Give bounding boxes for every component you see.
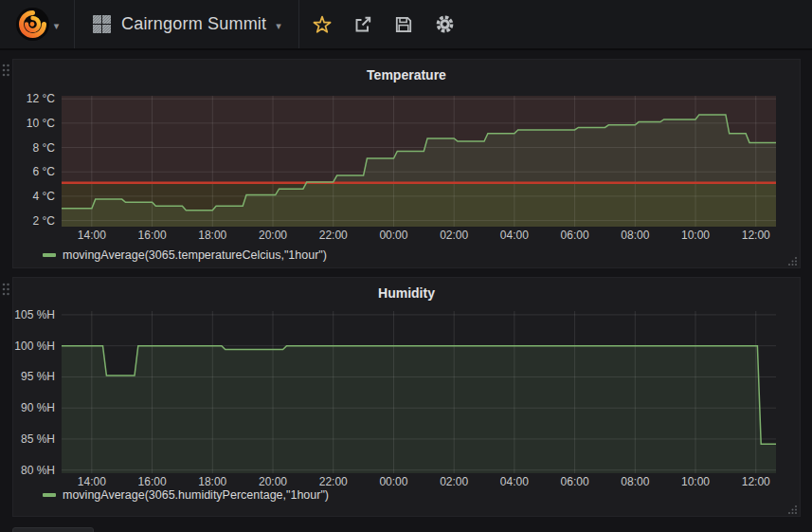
grafana-logo-menu[interactable]: ▾ [0, 0, 75, 48]
x-tick-label: 22:00 [319, 475, 348, 488]
settings-button[interactable] [435, 14, 455, 34]
series-color-marker [43, 493, 56, 497]
y-tick-label: 6 °C [33, 165, 56, 178]
series-area-fill [62, 346, 776, 473]
share-icon [353, 15, 372, 34]
x-tick-label: 12:00 [742, 229, 770, 242]
save-icon [394, 15, 413, 34]
x-tick-label: 06:00 [561, 475, 589, 488]
y-tick-label: 100 %H [14, 339, 55, 353]
y-tick-label: 4 °C [33, 190, 56, 203]
x-tick-label: 10:00 [681, 229, 710, 242]
x-tick-label: 10:00 [681, 475, 710, 488]
share-dashboard-button[interactable] [353, 14, 373, 34]
x-tick-label: 00:00 [379, 229, 407, 242]
logo-caret-icon: ▾ [54, 18, 60, 31]
x-tick-label: 18:00 [198, 475, 226, 488]
x-tick-label: 08:00 [621, 229, 649, 242]
series-name[interactable]: movingAverage(3065.humidityPercentage,"1… [63, 488, 329, 502]
top-navbar: ▾ Cairngorm Summit ▾ [0, 0, 812, 50]
y-tick-label: 95 %H [21, 370, 55, 383]
y-tick-label: 8 °C [33, 141, 56, 155]
x-tick-label: 22:00 [319, 229, 348, 242]
temperature-panel: Temperature 14:0016:0018:0020:0022:0000:… [12, 59, 801, 268]
series-color-marker [43, 253, 56, 257]
panel-resize-handle[interactable] [788, 504, 798, 514]
add-row-button-partial[interactable] [12, 527, 94, 532]
dashboard-caret-icon: ▾ [276, 18, 281, 31]
x-tick-label: 08:00 [621, 475, 649, 488]
y-tick-label: 10 °C [27, 117, 55, 130]
x-tick-label: 06:00 [561, 229, 589, 242]
x-tick-label: 14:00 [78, 229, 106, 242]
row-menu-grip[interactable] [1, 282, 10, 297]
x-tick-label: 04:00 [500, 229, 529, 242]
y-tick-label: 80 %H [21, 464, 55, 477]
series-name[interactable]: movingAverage(3065.temperatureCelcius,"1… [63, 248, 327, 262]
x-tick-label: 18:00 [198, 229, 226, 242]
x-tick-label: 20:00 [259, 475, 287, 488]
panel-resize-handle[interactable] [788, 256, 798, 266]
humidity-legend: movingAverage(3065.humidityPercentage,"1… [43, 487, 329, 503]
y-tick-label: 2 °C [33, 214, 56, 228]
humidity-panel: Humidity 14:0016:0018:0020:0022:0000:000… [12, 277, 801, 517]
save-dashboard-button[interactable] [394, 14, 414, 34]
gear-icon [435, 14, 455, 34]
y-tick-label: 85 %H [21, 432, 55, 446]
x-tick-label: 12:00 [742, 475, 770, 488]
y-tick-label: 90 %H [21, 401, 55, 414]
x-tick-label: 04:00 [500, 475, 529, 488]
x-tick-label: 00:00 [379, 475, 407, 488]
row-menu-grip[interactable] [1, 63, 10, 78]
star-icon [313, 15, 332, 34]
dashboards-grid-icon [92, 14, 112, 34]
star-dashboard-button[interactable] [313, 14, 333, 34]
dashboard-picker[interactable]: Cairngorm Summit ▾ [75, 0, 299, 48]
dashboard-title: Cairngorm Summit [121, 14, 266, 34]
temperature-chart-canvas[interactable]: 14:0016:0018:0020:0022:0000:0002:0004:00… [13, 60, 800, 246]
x-tick-label: 16:00 [138, 229, 167, 242]
y-tick-label: 105 %H [14, 308, 55, 321]
x-tick-label: 02:00 [440, 475, 468, 488]
humidity-chart-canvas[interactable]: 14:0016:0018:0020:0022:0000:0002:0004:00… [13, 278, 800, 492]
x-tick-label: 02:00 [440, 229, 468, 242]
y-tick-label: 12 °C [27, 92, 55, 105]
temperature-legend: movingAverage(3065.temperatureCelcius,"1… [43, 248, 327, 263]
x-tick-label: 20:00 [259, 229, 287, 242]
grafana-logo-icon [15, 7, 50, 42]
x-tick-label: 16:00 [138, 475, 167, 488]
x-tick-label: 14:00 [78, 475, 106, 488]
nav-actions [313, 0, 455, 48]
